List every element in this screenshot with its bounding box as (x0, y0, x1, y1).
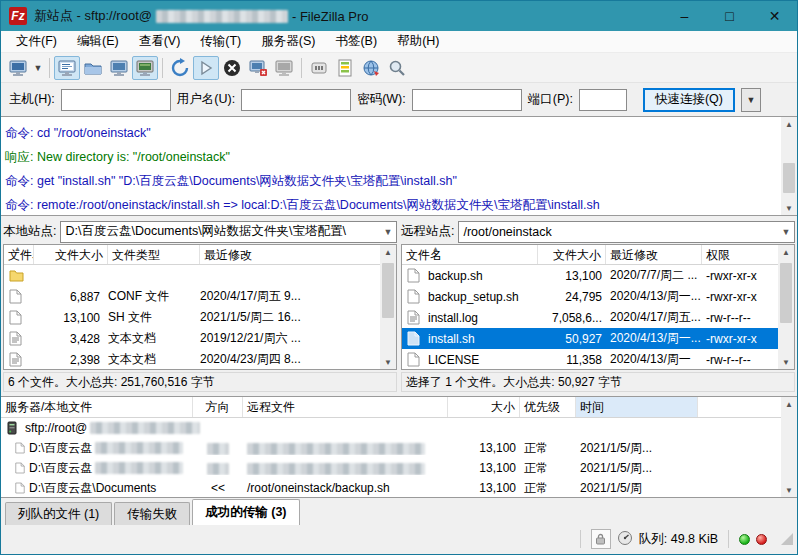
local-file-row[interactable]: 6,887 CONF 文件 2020/4/17/周五 9... (4, 286, 396, 307)
lock-indicator[interactable] (591, 529, 611, 549)
log-line: 命令: cd "/root/oneinstack" (5, 121, 777, 145)
toggle-remote-tree-button[interactable] (106, 56, 132, 80)
column-header-local-file[interactable]: 服务器/本地文件 (1, 397, 193, 417)
column-header-priority[interactable]: 优先级 (520, 397, 576, 417)
site-manager-dropdown[interactable]: ▼ (31, 56, 45, 80)
toolbar: ▼ (1, 53, 797, 82)
text-file-icon (407, 310, 420, 325)
remote-path-combobox[interactable]: /root/oneinstack ▼ (458, 221, 795, 243)
refresh-button[interactable] (167, 56, 193, 80)
queue-row[interactable]: D:\百度云盘\Documents << /root/oneinstack/ba… (1, 478, 797, 498)
scrollbar-thumb[interactable] (780, 263, 792, 323)
menu-help[interactable]: 帮助(H) (388, 31, 448, 52)
menu-bookmarks[interactable]: 书签(B) (326, 31, 386, 52)
tab-queued-files[interactable]: 列队的文件 (1) (5, 502, 112, 525)
file-icon (9, 289, 22, 304)
scrollbar-thumb[interactable] (783, 163, 795, 193)
scroll-down-icon[interactable]: ▼ (778, 355, 794, 369)
log-label: 命令: (5, 174, 33, 188)
menu-transfer[interactable]: 传输(T) (191, 31, 250, 52)
scroll-up-icon[interactable]: ▲ (778, 245, 794, 259)
scrollbar-thumb[interactable] (382, 263, 394, 318)
local-file-row[interactable]: 13,100 SH 文件 2021/1/5/周二 16... (4, 307, 396, 328)
local-file-row[interactable]: 3,428 文本文档 2019/12/21/周六 ... (4, 328, 396, 349)
local-panel: 本地站点: D:\百度云盘\Documents\网站数据文件夹\宝塔配置\ ▼ … (3, 219, 397, 393)
remote-list-scrollbar[interactable]: ▲ ▼ (778, 245, 794, 369)
local-path-combobox[interactable]: D:\百度云盘\Documents\网站数据文件夹\宝塔配置\ ▼ (60, 221, 397, 243)
maximize-button[interactable]: □ (707, 1, 752, 31)
column-header-type[interactable]: 文件类型 (108, 245, 200, 264)
remote-file-row[interactable]: backup_setup.sh 24,795 2020/4/13/周一... -… (402, 286, 794, 307)
scroll-up-icon[interactable]: ▲ (781, 117, 797, 131)
remote-file-row[interactable]: LICENSE 11,358 2020/4/13/周一 -rw-r--r-- (402, 349, 794, 370)
remote-panel: 远程站点: /root/oneinstack ▼ 文件名 ▲ 文件大小 最近修改… (401, 219, 795, 393)
tab-failed-transfers[interactable]: 传输失败 (114, 502, 190, 525)
local-file-row[interactable]: 2,398 文本文档 2020/4/23/周四 8... (4, 349, 396, 370)
sort-ascending-icon: ▲ (432, 245, 439, 252)
column-header-name[interactable]: ▲文件名 (4, 245, 34, 264)
remote-file-row[interactable]: install.log 7,058,6... 2020/4/17/周五... -… (402, 307, 794, 328)
log-label: 命令: (5, 198, 33, 212)
speed-limit-indicator[interactable] (617, 530, 633, 549)
host-label: 主机(H): (9, 91, 55, 108)
synchronized-browsing-button[interactable] (358, 56, 384, 80)
chevron-down-icon[interactable]: ▼ (778, 222, 794, 242)
column-header-size[interactable]: 文件大小 (34, 245, 108, 264)
scroll-down-icon[interactable]: ▼ (781, 201, 797, 215)
column-header-direction[interactable]: 方向 (193, 397, 243, 417)
password-input[interactable] (412, 89, 522, 111)
chevron-down-icon[interactable]: ▼ (380, 222, 396, 242)
resize-grip[interactable] (781, 533, 793, 545)
local-file-row[interactable] (4, 265, 396, 286)
reconnect-icon (274, 58, 294, 78)
log-scrollbar[interactable]: ▲ ▼ (781, 117, 797, 215)
remote-list-header: 文件名 ▲ 文件大小 最近修改 权限 (402, 245, 794, 265)
menu-edit[interactable]: 编辑(E) (68, 31, 128, 52)
quickconnect-button[interactable]: 快速连接(Q) (643, 88, 735, 112)
scroll-down-icon[interactable]: ▼ (781, 483, 797, 497)
toggle-local-tree-button[interactable] (80, 56, 106, 80)
queue-row[interactable]: D:\百度云盘 13,100 正常 2021/1/5/周... (1, 458, 797, 478)
column-header-name[interactable]: 文件名 ▲ (402, 245, 538, 264)
menu-file[interactable]: 文件(F) (7, 31, 66, 52)
tab-successful-transfers[interactable]: 成功的传输 (3) (192, 499, 299, 525)
remote-file-row[interactable]: backup.sh 13,100 2020/7/7/周二 ... -rwxr-x… (402, 265, 794, 286)
port-input[interactable] (579, 89, 627, 111)
username-input[interactable] (241, 89, 351, 111)
host-input[interactable] (61, 89, 171, 111)
queue-scrollbar[interactable]: ▲ ▼ (781, 397, 797, 497)
column-header-remote-file[interactable]: 远程文件 (243, 397, 448, 417)
close-button[interactable]: ✕ (752, 1, 797, 31)
minimize-button[interactable]: – (662, 1, 707, 31)
filter-button[interactable] (306, 56, 332, 80)
queue-row[interactable]: D:\百度云盘 13,100 正常 2021/1/5/周... (1, 438, 797, 458)
scroll-up-icon[interactable]: ▲ (380, 245, 396, 259)
username-label: 用户名(U): (177, 91, 235, 108)
quickconnect-dropdown[interactable]: ▼ (741, 88, 761, 112)
synchronized-browsing-icon (361, 58, 381, 78)
process-queue-button[interactable] (193, 56, 219, 80)
reconnect-button[interactable] (271, 56, 297, 80)
toggle-queue-button[interactable] (132, 56, 158, 80)
remote-site-label: 远程站点: (401, 223, 454, 240)
menu-server[interactable]: 服务器(S) (252, 31, 324, 52)
toggle-message-log-button[interactable] (54, 56, 80, 80)
queue-server-row[interactable]: sftp://root@ (1, 418, 797, 438)
column-header-modified[interactable]: 最近修改 (200, 245, 396, 264)
menu-view[interactable]: 查看(V) (130, 31, 190, 52)
column-header-size[interactable]: 文件大小 (538, 245, 606, 264)
find-files-button[interactable] (384, 56, 410, 80)
local-list-scrollbar[interactable]: ▲ ▼ (380, 245, 396, 369)
cancel-operation-button[interactable] (219, 56, 245, 80)
log-line: 命令: remote:/root/oneinstack/install.sh =… (5, 193, 777, 216)
scroll-up-icon[interactable]: ▲ (781, 397, 797, 411)
log-text: cd "/root/oneinstack" (37, 126, 151, 140)
directory-comparison-button[interactable] (332, 56, 358, 80)
remote-file-row-selected[interactable]: install.sh 50,927 2020/4/13/周一... -rwxr-… (402, 328, 794, 349)
column-header-size[interactable]: 大小 (448, 397, 520, 417)
column-header-time[interactable]: 时间 (576, 397, 698, 417)
disconnect-button[interactable] (245, 56, 271, 80)
column-header-modified[interactable]: 最近修改 (606, 245, 702, 264)
site-manager-button[interactable] (5, 56, 31, 80)
scroll-down-icon[interactable]: ▼ (380, 355, 396, 369)
